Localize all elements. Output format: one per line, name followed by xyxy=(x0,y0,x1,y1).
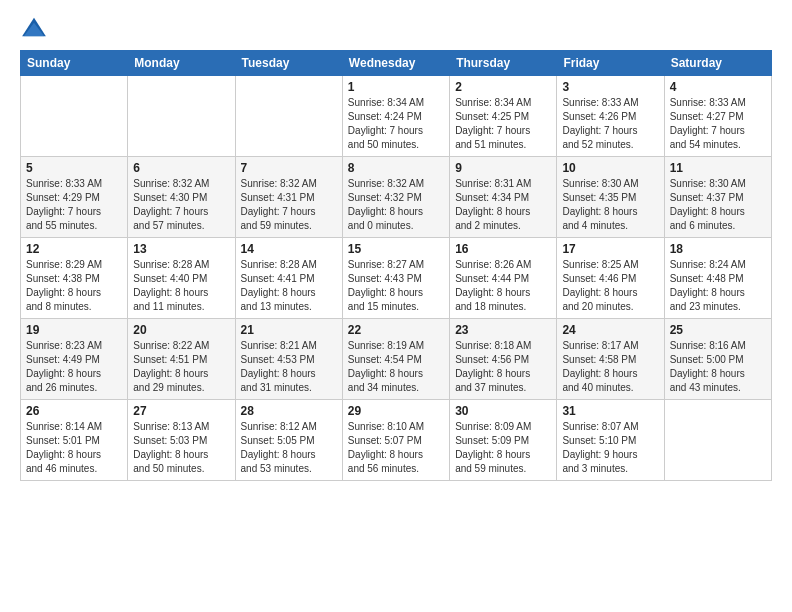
day-detail: Sunrise: 8:17 AM Sunset: 4:58 PM Dayligh… xyxy=(562,339,658,395)
calendar-day-2: 2Sunrise: 8:34 AM Sunset: 4:25 PM Daylig… xyxy=(450,76,557,157)
day-detail: Sunrise: 8:23 AM Sunset: 4:49 PM Dayligh… xyxy=(26,339,122,395)
day-number: 11 xyxy=(670,161,766,175)
day-number: 5 xyxy=(26,161,122,175)
calendar-week-row: 1Sunrise: 8:34 AM Sunset: 4:24 PM Daylig… xyxy=(21,76,772,157)
day-number: 25 xyxy=(670,323,766,337)
day-number: 28 xyxy=(241,404,337,418)
calendar-day-empty xyxy=(235,76,342,157)
day-number: 10 xyxy=(562,161,658,175)
day-number: 6 xyxy=(133,161,229,175)
day-number: 31 xyxy=(562,404,658,418)
day-detail: Sunrise: 8:28 AM Sunset: 4:41 PM Dayligh… xyxy=(241,258,337,314)
day-number: 20 xyxy=(133,323,229,337)
calendar-week-row: 5Sunrise: 8:33 AM Sunset: 4:29 PM Daylig… xyxy=(21,157,772,238)
calendar-day-empty xyxy=(128,76,235,157)
day-detail: Sunrise: 8:33 AM Sunset: 4:29 PM Dayligh… xyxy=(26,177,122,233)
day-number: 23 xyxy=(455,323,551,337)
calendar-day-3: 3Sunrise: 8:33 AM Sunset: 4:26 PM Daylig… xyxy=(557,76,664,157)
page-header xyxy=(20,16,772,38)
calendar-day-12: 12Sunrise: 8:29 AM Sunset: 4:38 PM Dayli… xyxy=(21,238,128,319)
day-number: 1 xyxy=(348,80,444,94)
day-detail: Sunrise: 8:22 AM Sunset: 4:51 PM Dayligh… xyxy=(133,339,229,395)
calendar-day-5: 5Sunrise: 8:33 AM Sunset: 4:29 PM Daylig… xyxy=(21,157,128,238)
calendar-day-empty xyxy=(664,400,771,481)
calendar-day-25: 25Sunrise: 8:16 AM Sunset: 5:00 PM Dayli… xyxy=(664,319,771,400)
calendar-day-4: 4Sunrise: 8:33 AM Sunset: 4:27 PM Daylig… xyxy=(664,76,771,157)
day-number: 12 xyxy=(26,242,122,256)
day-detail: Sunrise: 8:21 AM Sunset: 4:53 PM Dayligh… xyxy=(241,339,337,395)
day-detail: Sunrise: 8:32 AM Sunset: 4:32 PM Dayligh… xyxy=(348,177,444,233)
day-detail: Sunrise: 8:18 AM Sunset: 4:56 PM Dayligh… xyxy=(455,339,551,395)
day-number: 24 xyxy=(562,323,658,337)
calendar-week-row: 26Sunrise: 8:14 AM Sunset: 5:01 PM Dayli… xyxy=(21,400,772,481)
calendar-day-31: 31Sunrise: 8:07 AM Sunset: 5:10 PM Dayli… xyxy=(557,400,664,481)
calendar-day-11: 11Sunrise: 8:30 AM Sunset: 4:37 PM Dayli… xyxy=(664,157,771,238)
calendar-header-row: SundayMondayTuesdayWednesdayThursdayFrid… xyxy=(21,51,772,76)
calendar-day-30: 30Sunrise: 8:09 AM Sunset: 5:09 PM Dayli… xyxy=(450,400,557,481)
day-detail: Sunrise: 8:27 AM Sunset: 4:43 PM Dayligh… xyxy=(348,258,444,314)
day-number: 14 xyxy=(241,242,337,256)
day-detail: Sunrise: 8:33 AM Sunset: 4:26 PM Dayligh… xyxy=(562,96,658,152)
day-number: 16 xyxy=(455,242,551,256)
calendar-day-18: 18Sunrise: 8:24 AM Sunset: 4:48 PM Dayli… xyxy=(664,238,771,319)
day-detail: Sunrise: 8:30 AM Sunset: 4:35 PM Dayligh… xyxy=(562,177,658,233)
day-number: 19 xyxy=(26,323,122,337)
calendar-day-24: 24Sunrise: 8:17 AM Sunset: 4:58 PM Dayli… xyxy=(557,319,664,400)
calendar-day-10: 10Sunrise: 8:30 AM Sunset: 4:35 PM Dayli… xyxy=(557,157,664,238)
day-detail: Sunrise: 8:24 AM Sunset: 4:48 PM Dayligh… xyxy=(670,258,766,314)
calendar-week-row: 12Sunrise: 8:29 AM Sunset: 4:38 PM Dayli… xyxy=(21,238,772,319)
header-saturday: Saturday xyxy=(664,51,771,76)
day-number: 4 xyxy=(670,80,766,94)
calendar-day-7: 7Sunrise: 8:32 AM Sunset: 4:31 PM Daylig… xyxy=(235,157,342,238)
header-monday: Monday xyxy=(128,51,235,76)
day-number: 18 xyxy=(670,242,766,256)
calendar-day-16: 16Sunrise: 8:26 AM Sunset: 4:44 PM Dayli… xyxy=(450,238,557,319)
calendar-day-6: 6Sunrise: 8:32 AM Sunset: 4:30 PM Daylig… xyxy=(128,157,235,238)
day-detail: Sunrise: 8:09 AM Sunset: 5:09 PM Dayligh… xyxy=(455,420,551,476)
day-number: 22 xyxy=(348,323,444,337)
day-number: 15 xyxy=(348,242,444,256)
calendar-day-empty xyxy=(21,76,128,157)
day-detail: Sunrise: 8:32 AM Sunset: 4:31 PM Dayligh… xyxy=(241,177,337,233)
calendar-day-21: 21Sunrise: 8:21 AM Sunset: 4:53 PM Dayli… xyxy=(235,319,342,400)
day-number: 30 xyxy=(455,404,551,418)
calendar-day-14: 14Sunrise: 8:28 AM Sunset: 4:41 PM Dayli… xyxy=(235,238,342,319)
day-number: 7 xyxy=(241,161,337,175)
calendar-day-13: 13Sunrise: 8:28 AM Sunset: 4:40 PM Dayli… xyxy=(128,238,235,319)
day-number: 3 xyxy=(562,80,658,94)
header-friday: Friday xyxy=(557,51,664,76)
calendar-day-1: 1Sunrise: 8:34 AM Sunset: 4:24 PM Daylig… xyxy=(342,76,449,157)
header-wednesday: Wednesday xyxy=(342,51,449,76)
calendar-day-9: 9Sunrise: 8:31 AM Sunset: 4:34 PM Daylig… xyxy=(450,157,557,238)
header-thursday: Thursday xyxy=(450,51,557,76)
day-number: 27 xyxy=(133,404,229,418)
logo-icon xyxy=(20,16,48,38)
day-detail: Sunrise: 8:33 AM Sunset: 4:27 PM Dayligh… xyxy=(670,96,766,152)
calendar-day-15: 15Sunrise: 8:27 AM Sunset: 4:43 PM Dayli… xyxy=(342,238,449,319)
day-number: 26 xyxy=(26,404,122,418)
calendar-day-29: 29Sunrise: 8:10 AM Sunset: 5:07 PM Dayli… xyxy=(342,400,449,481)
calendar-day-20: 20Sunrise: 8:22 AM Sunset: 4:51 PM Dayli… xyxy=(128,319,235,400)
day-detail: Sunrise: 8:26 AM Sunset: 4:44 PM Dayligh… xyxy=(455,258,551,314)
day-detail: Sunrise: 8:34 AM Sunset: 4:25 PM Dayligh… xyxy=(455,96,551,152)
day-number: 9 xyxy=(455,161,551,175)
day-detail: Sunrise: 8:07 AM Sunset: 5:10 PM Dayligh… xyxy=(562,420,658,476)
day-detail: Sunrise: 8:29 AM Sunset: 4:38 PM Dayligh… xyxy=(26,258,122,314)
day-number: 21 xyxy=(241,323,337,337)
day-detail: Sunrise: 8:34 AM Sunset: 4:24 PM Dayligh… xyxy=(348,96,444,152)
day-detail: Sunrise: 8:28 AM Sunset: 4:40 PM Dayligh… xyxy=(133,258,229,314)
calendar-day-22: 22Sunrise: 8:19 AM Sunset: 4:54 PM Dayli… xyxy=(342,319,449,400)
day-detail: Sunrise: 8:19 AM Sunset: 4:54 PM Dayligh… xyxy=(348,339,444,395)
day-number: 2 xyxy=(455,80,551,94)
header-tuesday: Tuesday xyxy=(235,51,342,76)
logo xyxy=(20,16,52,38)
day-number: 8 xyxy=(348,161,444,175)
calendar-day-19: 19Sunrise: 8:23 AM Sunset: 4:49 PM Dayli… xyxy=(21,319,128,400)
calendar-day-27: 27Sunrise: 8:13 AM Sunset: 5:03 PM Dayli… xyxy=(128,400,235,481)
day-number: 13 xyxy=(133,242,229,256)
calendar-day-28: 28Sunrise: 8:12 AM Sunset: 5:05 PM Dayli… xyxy=(235,400,342,481)
header-sunday: Sunday xyxy=(21,51,128,76)
day-detail: Sunrise: 8:31 AM Sunset: 4:34 PM Dayligh… xyxy=(455,177,551,233)
day-number: 17 xyxy=(562,242,658,256)
calendar-week-row: 19Sunrise: 8:23 AM Sunset: 4:49 PM Dayli… xyxy=(21,319,772,400)
